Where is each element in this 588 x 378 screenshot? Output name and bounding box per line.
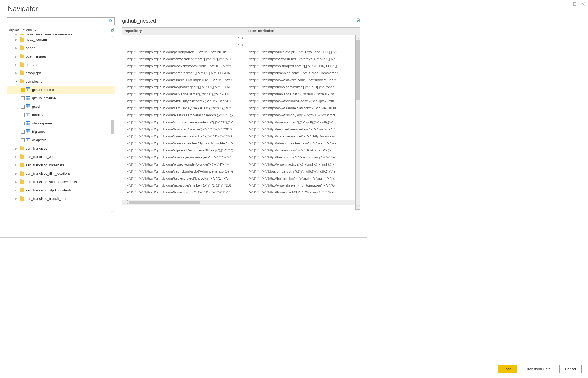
refresh-icon[interactable] — [110, 28, 114, 33]
tree-folder[interactable]: ▼samples [7] — [7, 77, 115, 86]
tree-folder-label: san_francisco_film_locations — [26, 171, 70, 176]
cell-actor-attributes: {"v":{"f":[{"v":"http://michael.merickel… — [245, 126, 352, 133]
cell-repository: null — [122, 42, 245, 49]
folder-icon — [20, 172, 24, 176]
cell-actor-attributes: {"v":{"f":[{"v":"http://tonio.biz"},{"v"… — [245, 154, 352, 161]
checkbox[interactable] — [21, 122, 25, 125]
search-box[interactable] — [7, 17, 115, 25]
table-row[interactable]: {"v":{"f":[{"v":"https://github.com/parr… — [122, 49, 360, 56]
column-header-repository[interactable]: repository — [122, 28, 245, 35]
tree-scrollbar[interactable]: ︿ ﹀ — [110, 34, 115, 214]
table-row[interactable]: {"v":{"f":[{"v":"https://github.com/berg… — [122, 189, 360, 193]
chevron-right-icon: ▷ — [15, 197, 18, 200]
tree-folder[interactable]: ▷openaq — [7, 60, 115, 69]
table-row[interactable]: {"v":{"f":[{"v":"https://github.com/schw… — [122, 56, 360, 63]
scroll-thumb[interactable] — [111, 120, 114, 134]
vscroll-up-arrow[interactable]: ︿ — [356, 35, 360, 40]
tree-folder[interactable]: ▷noaa_tsunami — [7, 35, 115, 44]
tree-table-item[interactable]: natality — [7, 111, 115, 119]
table-row[interactable]: {"v":{"f":[{"v":"https://github.com/vilj… — [122, 147, 360, 154]
tree-table-item[interactable]: gsod — [7, 102, 115, 111]
tree-folder[interactable]: ▷san_francisco_311 — [7, 153, 115, 161]
table-icon — [26, 113, 30, 117]
tree-table-item[interactable]: shakespeare — [7, 119, 115, 127]
grid-header-row: repository actor_attributes — [122, 28, 360, 35]
table-icon — [26, 121, 30, 126]
cell-repository: {"v":{"f":[{"v":"https://github.com/schw… — [122, 56, 245, 63]
cell-repository: {"v":{"f":[{"v":"https://github.com/elas… — [122, 112, 245, 119]
scroll-down-arrow[interactable]: ﹀ — [110, 210, 115, 214]
folder-icon — [20, 197, 24, 201]
tree-folder[interactable]: ▷nppes — [7, 44, 115, 52]
chevron-right-icon: ▷ — [15, 47, 18, 49]
table-row[interactable]: {"v":{"f":[{"v":"https://github.com/bban… — [122, 126, 360, 133]
table-row[interactable]: {"v":{"f":[{"v":"https://github.com/alex… — [122, 140, 360, 147]
table-row[interactable]: {"v":{"f":[{"v":"https://github.com/elas… — [122, 112, 360, 119]
cell-repository: {"v":{"f":[{"v":"https://github.com/Vizz… — [122, 98, 245, 105]
tree-folder[interactable]: ▷open_images — [7, 52, 115, 60]
table-row[interactable]: {"v":{"f":[{"v":"https://github.com/samu… — [122, 105, 360, 112]
cell-actor-attributes: {"v":{"f":[{"v":"http://chris.wensel.net… — [245, 133, 352, 140]
search-input[interactable] — [9, 19, 109, 23]
tree-folder[interactable]: ▷san_francisco_bikeshare — [7, 161, 115, 169]
tree-table-item[interactable]: trigrams — [7, 127, 115, 136]
cell-actor-attributes: {"v":{"f":[{"v":"http://viljamis.com"},{… — [245, 147, 352, 154]
chevron-right-icon: ▷ — [15, 164, 18, 167]
cell-actor-attributes: {"v":{"f":[{"v":"blog.lombardot.fr"},{"v… — [245, 168, 352, 175]
vscroll-down-arrow[interactable]: ﹀ — [356, 204, 360, 209]
cell-actor-attributes: {"v":{"f":[{"v":"http://bergie.iki.fi/"}… — [245, 189, 352, 193]
table-row[interactable]: {"v":{"f":[{"v":"https://github.com/Vizz… — [122, 98, 360, 105]
table-row[interactable]: null — [122, 42, 360, 49]
hscroll-thumb[interactable] — [129, 201, 200, 204]
table-row[interactable]: {"v":{"f":[{"v":"https://github.com/proj… — [122, 161, 360, 168]
cell-repository: {"v":{"f":[{"v":"https://github.com/parr… — [122, 49, 245, 56]
checkbox[interactable] — [21, 138, 25, 142]
search-icon[interactable] — [109, 19, 113, 24]
table-row[interactable]: {"v":{"f":[{"v":"https://github.com/kepl… — [122, 175, 360, 182]
tree-folder[interactable]: ▷san_francisco_sffd_service_calls — [7, 178, 115, 186]
checkbox[interactable]: ✓ — [21, 88, 25, 92]
grid-horizontal-scrollbar[interactable]: 〈 〉 — [122, 200, 360, 205]
table-row[interactable]: {"v":{"f":[{"v":"https://github.com/open… — [122, 154, 360, 161]
grid-vertical-scrollbar[interactable]: ︿ ﹀ — [355, 35, 360, 210]
preview-refresh-icon[interactable] — [356, 18, 360, 23]
cell-repository: {"v":{"f":[{"v":"https://github.com/cwen… — [122, 133, 245, 140]
cell-repository: {"v":{"f":[{"v":"https://github.com/modx… — [122, 63, 245, 70]
display-options-dropdown[interactable]: Display Options ▼ — [7, 28, 36, 32]
vscroll-thumb[interactable] — [356, 40, 360, 100]
cell-repository: {"v":{"f":[{"v":"https://github.com/cedr… — [122, 168, 245, 175]
folder-icon — [20, 46, 24, 50]
svg-rect-5 — [26, 87, 30, 88]
tree-folder[interactable]: ▷safegraph — [7, 69, 115, 77]
column-header-actor-attributes[interactable]: actor_attributes — [245, 28, 352, 35]
tree-table-item[interactable]: wikipedia — [7, 136, 115, 144]
tree-item-label: trigrams — [32, 130, 45, 134]
hscroll-left-arrow[interactable]: 〈 — [122, 200, 129, 205]
table-row[interactable]: {"v":{"f":[{"v":"https://github.com/impr… — [122, 119, 360, 126]
table-row[interactable]: {"v":{"f":[{"v":"https://github.com/nabl… — [122, 91, 360, 98]
table-row[interactable]: {"v":{"f":[{"v":"https://github.com/napa… — [122, 182, 360, 189]
checkbox[interactable] — [21, 130, 25, 134]
table-row[interactable]: null — [122, 35, 360, 42]
scroll-up-arrow[interactable]: ︿ — [110, 34, 115, 39]
tree-table-item[interactable]: github_timeline — [7, 94, 115, 102]
table-row[interactable]: {"v":{"f":[{"v":"https://github.com/cwen… — [122, 133, 360, 140]
tree-folder-label: san_francisco_sfpd_incidents — [26, 188, 72, 192]
tree-table-item[interactable]: ✓github_nested — [7, 86, 115, 94]
tree-folder[interactable]: ▷san_francisco_transit_muni — [7, 194, 115, 203]
table-row[interactable]: {"v":{"f":[{"v":"https://github.com/cedr… — [122, 168, 360, 175]
table-row[interactable]: {"v":{"f":[{"v":"https://github.com/spre… — [122, 70, 360, 77]
chevron-right-icon: ▷ — [15, 55, 18, 58]
table-row[interactable]: {"v":{"f":[{"v":"https://github.com/Kegb… — [122, 84, 360, 91]
table-row[interactable]: {"v":{"f":[{"v":"https://github.com/Simp… — [122, 77, 360, 84]
tree-folder[interactable]: ▷san_francisco — [7, 144, 115, 153]
tree-folder[interactable]: ▷san_francisco_film_locations — [7, 169, 115, 178]
checkbox[interactable] — [21, 96, 25, 100]
cell-actor-attributes: {"v":{"f":[{"v":"http://nablaone.net/"},… — [245, 91, 352, 98]
checkbox[interactable] — [21, 105, 25, 109]
cell-actor-attributes: {"v":{"f":[{"v":"http://hisham.hm"},{"v"… — [245, 175, 352, 182]
checkbox[interactable] — [21, 113, 25, 117]
tree-folder[interactable]: ▷san_francisco_sfpd_incidents — [7, 186, 115, 194]
table-row[interactable]: {"v":{"f":[{"v":"https://github.com/modx… — [122, 63, 360, 70]
table-icon — [26, 138, 30, 142]
